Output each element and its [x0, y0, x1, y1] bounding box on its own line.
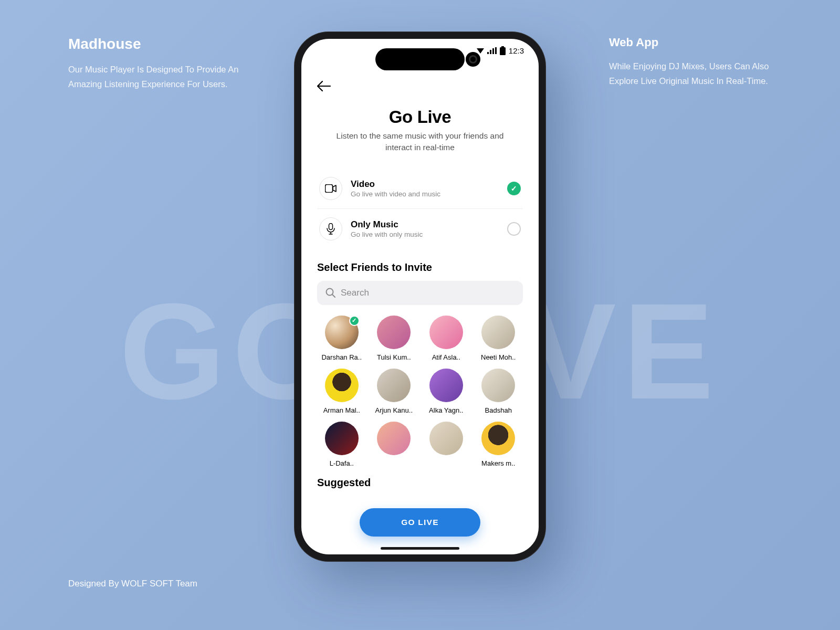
microphone-icon [319, 217, 342, 240]
select-friends-heading: Select Friends to Invite [317, 261, 523, 274]
dynamic-island [375, 48, 465, 70]
avatar [429, 422, 463, 455]
option-video-title: Video [351, 179, 499, 190]
avatar [481, 422, 515, 455]
promo-right-body: While Enjoying DJ Mixes, Users Can Also … [609, 59, 772, 88]
avatar [325, 369, 359, 402]
video-icon [319, 177, 342, 200]
option-video-radio[interactable] [507, 182, 521, 195]
phone-mock-frame: 12:3 Go Live Listen to the same music wi… [294, 32, 546, 562]
promo-left-title: Madhouse [68, 36, 242, 52]
search-field[interactable] [317, 281, 523, 305]
friend-item[interactable]: Makers m.. [474, 422, 523, 467]
promo-right-column: Web App While Enjoying DJ Mixes, Users C… [609, 36, 772, 88]
avatar [377, 369, 411, 402]
selected-check-icon [349, 316, 360, 326]
friend-item[interactable]: Tulsi Kum.. [370, 316, 419, 361]
suggested-heading: Suggested [317, 477, 523, 489]
back-button[interactable] [317, 77, 336, 96]
promo-right-title: Web App [609, 36, 772, 49]
friend-name: Atif Asla.. [422, 353, 471, 361]
design-credit: Designed By WOLF SOFT Team [68, 579, 197, 589]
friend-name: Arman Mal.. [317, 406, 366, 414]
friend-name: Neeti Moh.. [474, 353, 523, 361]
option-video[interactable]: Video Go live with video and music [317, 169, 523, 208]
option-only-music[interactable]: Only Music Go live with only music [317, 208, 523, 249]
search-input[interactable] [341, 288, 514, 298]
svg-rect-2 [326, 184, 333, 192]
friend-name: Badshah [474, 406, 523, 414]
friend-item[interactable]: Badshah [474, 369, 523, 414]
phone-screen: 12:3 Go Live Listen to the same music wi… [301, 39, 539, 554]
friend-name: Makers m.. [474, 459, 523, 467]
friends-grid: Darshan Ra.. Tulsi Kum.. Atif Asla.. Nee… [317, 316, 523, 467]
page-subtitle: Listen to the same music with your frien… [317, 130, 523, 154]
search-icon [326, 288, 335, 298]
friend-item[interactable]: Arman Mal.. [317, 369, 366, 414]
avatar [377, 422, 411, 455]
friend-name: Arjun Kanu.. [370, 406, 419, 414]
option-music-title: Only Music [351, 219, 499, 230]
svg-rect-3 [329, 223, 333, 229]
go-live-button[interactable]: GO LIVE [360, 508, 480, 537]
friend-item[interactable]: Neeti Moh.. [474, 316, 523, 361]
option-music-sub: Go live with only music [351, 230, 499, 238]
avatar [481, 316, 515, 349]
option-music-radio[interactable] [507, 222, 521, 236]
friend-item[interactable]: Alka Yagn.. [422, 369, 471, 414]
home-indicator[interactable] [381, 547, 459, 550]
arrow-left-icon [317, 81, 331, 91]
option-video-sub: Go live with video and music [351, 190, 499, 198]
friend-item[interactable] [422, 422, 471, 467]
avatar [429, 369, 463, 402]
friend-name: Darshan Ra.. [317, 353, 366, 361]
avatar [481, 369, 515, 402]
avatar [377, 316, 411, 349]
promo-left-body: Our Music Player Is Designed To Provide … [68, 62, 242, 91]
friend-item[interactable]: Arjun Kanu.. [370, 369, 419, 414]
avatar [325, 422, 359, 455]
friend-item[interactable] [370, 422, 419, 467]
friend-item[interactable]: Darshan Ra.. [317, 316, 366, 361]
friend-item[interactable]: Atif Asla.. [422, 316, 471, 361]
page-title: Go Live [317, 107, 523, 127]
friend-item[interactable]: L-Dafa.. [317, 422, 366, 467]
friend-name: L-Dafa.. [317, 459, 366, 467]
friend-name: Tulsi Kum.. [370, 353, 419, 361]
live-mode-options: Video Go live with video and music Only … [317, 169, 523, 249]
promo-left-column: Madhouse Our Music Player Is Designed To… [68, 36, 242, 91]
avatar [429, 316, 463, 349]
friend-name: Alka Yagn.. [422, 406, 471, 414]
front-camera-icon [466, 52, 480, 67]
